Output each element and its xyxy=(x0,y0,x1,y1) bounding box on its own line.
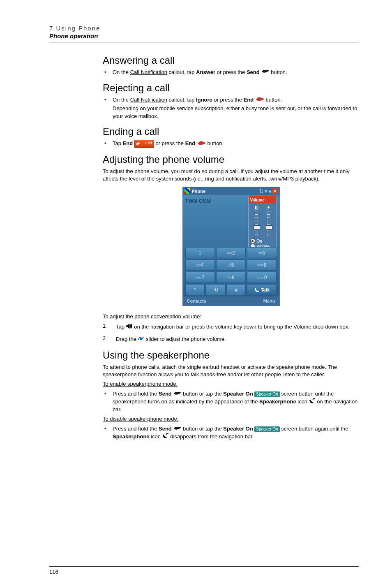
key-1[interactable]: 1 xyxy=(185,247,215,258)
speakerphone-icon xyxy=(162,433,169,441)
text: callout, tap xyxy=(167,69,196,75)
label-send: Send xyxy=(159,391,172,397)
heading-volume: Adjusting the phone volume xyxy=(103,154,359,165)
speaker-on-chip: Speaker On xyxy=(254,391,279,397)
bullet-marker: • xyxy=(104,96,113,120)
ss-status-icons: ⇅ ▾ ◂ ✕ xyxy=(259,188,278,194)
phone-volume-slider[interactable] xyxy=(267,211,270,237)
device-volume-slider[interactable] xyxy=(255,211,258,237)
key-4[interactable]: ghi4 xyxy=(185,259,215,271)
radio-on[interactable]: On xyxy=(250,238,275,243)
softkey-menu[interactable]: Menu xyxy=(263,299,275,303)
label-ignore: Ignore xyxy=(196,97,212,103)
phone-volume-icon: ✦ xyxy=(267,205,270,210)
label-speaker-on: Speaker On xyxy=(223,391,253,397)
heading-speakerphone: Using the speakerphone xyxy=(103,350,359,361)
key-6[interactable]: mno6 xyxy=(247,259,277,271)
label-answer: Answer xyxy=(196,69,215,75)
key-2[interactable]: abc2 xyxy=(216,247,246,258)
section-title: Phone operation xyxy=(49,32,359,39)
text: disappears from the navigation bar. xyxy=(169,433,254,440)
subhead-enable-speakerphone: To enable speakerphone mode: xyxy=(103,381,359,387)
link-call-notification: Call Notification xyxy=(130,97,167,103)
text: Tap xyxy=(113,140,123,146)
label-send: Send xyxy=(247,69,260,75)
key-star[interactable]: * xyxy=(185,284,205,295)
text: icon xyxy=(296,398,309,405)
text: On the xyxy=(113,97,130,103)
close-icon[interactable]: ✕ xyxy=(272,188,278,194)
text: or press the xyxy=(212,97,244,103)
volume-icon[interactable]: ◂ xyxy=(268,188,271,194)
label-end: End xyxy=(244,97,254,103)
text: Tap xyxy=(116,324,126,330)
key-5[interactable]: jkl5 xyxy=(216,259,246,271)
text: button. xyxy=(264,97,282,103)
step-text: Tap on the navigation bar or press the v… xyxy=(116,323,359,331)
text: or press the xyxy=(155,140,185,146)
text: Drag the xyxy=(116,336,138,342)
subhead-disable-speakerphone: To disable speakerphone mode: xyxy=(103,416,359,422)
text: or press the xyxy=(215,69,247,75)
volume-paragraph: To adjust the phone volume, you must do … xyxy=(103,168,359,183)
page-header: 7 Using Phone Phone operation xyxy=(49,25,359,39)
end-button-image xyxy=(134,140,154,148)
ss-titlebar: Phone ⇅ ▾ ◂ ✕ xyxy=(183,187,279,195)
heading-ending: Ending a call xyxy=(103,126,359,137)
text: On the xyxy=(113,69,130,75)
ss-body: TWN GSM Volume ◧ ✦ xyxy=(183,195,279,296)
key-8[interactable]: tuv8 xyxy=(216,272,246,283)
bullet-rejecting: • On the Call Notification callout, tap … xyxy=(104,96,359,120)
bullet-ending: • Tap End or press the End button. xyxy=(104,140,359,148)
send-icon xyxy=(173,391,181,398)
content-area: Answering a call • On the Call Notificat… xyxy=(103,55,359,441)
text: button or tap the xyxy=(181,426,223,432)
softkey-contacts[interactable]: Contacts xyxy=(187,299,206,303)
heading-rejecting: Rejecting a call xyxy=(103,82,359,94)
chapter-title: 7 Using Phone xyxy=(49,25,359,32)
device-volume-icon: ◧ xyxy=(254,205,258,210)
note-text: Depending on your mobile service subscri… xyxy=(113,105,359,120)
key-hash[interactable]: # xyxy=(226,284,246,295)
bullet-text: On the Call Notification callout, tap An… xyxy=(113,69,359,76)
speakerphone-icon xyxy=(309,398,316,406)
bullet-marker: • xyxy=(104,69,113,76)
start-flag-icon[interactable] xyxy=(184,188,190,194)
talk-button[interactable]: Talk xyxy=(247,284,277,295)
sound-icon xyxy=(126,323,133,331)
footer-rule xyxy=(49,566,359,567)
speaker-on-chip: Speaker On xyxy=(254,426,279,432)
bullet-disable: • Press and hold the Send button or tap … xyxy=(104,425,359,441)
bullet-enable: • Press and hold the Send button or tap … xyxy=(104,390,359,413)
end-icon xyxy=(197,140,206,148)
page-number: 116 xyxy=(49,569,58,575)
key-9[interactable]: wxyz9 xyxy=(247,272,277,283)
step-number: 2 xyxy=(103,335,116,343)
bullet-marker: • xyxy=(104,390,113,413)
link-call-notification: Call Notification xyxy=(130,69,167,75)
bullet-answering: • On the Call Notification callout, tap … xyxy=(104,69,359,76)
text: callout, tap xyxy=(167,97,196,103)
key-3[interactable]: def3 xyxy=(247,247,277,258)
key-7[interactable]: pqrs7 xyxy=(185,272,215,283)
text: slider to adjust the phone volume. xyxy=(144,336,226,342)
volume-panel-title: Volume xyxy=(249,197,277,203)
bullet-marker: • xyxy=(104,140,113,148)
key-0[interactable]: +0 xyxy=(206,284,225,295)
text: Press and hold the xyxy=(113,426,159,432)
send-icon xyxy=(173,426,181,433)
step-2: 2 Drag the slider to adjust the phone vo… xyxy=(103,335,359,343)
signal-icon[interactable]: ▾ xyxy=(265,188,267,194)
label-end: End xyxy=(185,140,196,146)
ss-softkey-bar: Contacts Menu xyxy=(183,296,279,306)
label-speaker-on: Speaker On xyxy=(223,426,253,432)
end-icon xyxy=(255,96,264,104)
send-icon xyxy=(261,69,269,76)
connectivity-icon[interactable]: ⇅ xyxy=(259,188,263,194)
subhead-adjust-volume: To adjust the phone conversation volume: xyxy=(103,313,359,319)
step-text: Drag the slider to adjust the phone volu… xyxy=(116,335,359,343)
bullet-marker: • xyxy=(104,425,113,441)
label-end: End xyxy=(123,140,133,146)
header-rule xyxy=(49,42,359,42)
text: Press and hold the xyxy=(113,391,159,397)
